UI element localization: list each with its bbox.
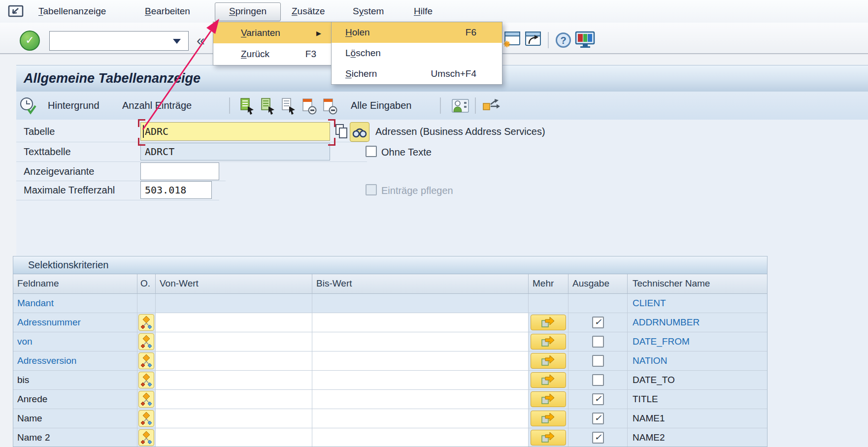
selection-options-icon bbox=[140, 353, 152, 368]
technischer-name-cell: ADDRNUMBER bbox=[628, 313, 768, 332]
system-menu-icon[interactable] bbox=[8, 5, 26, 19]
enter-button[interactable]: ✓ bbox=[20, 31, 40, 51]
multiple-selection-button[interactable] bbox=[531, 334, 566, 350]
maximale-trefferzahl-label: Maximale Trefferzahl bbox=[24, 184, 115, 196]
toolbar-separator bbox=[229, 97, 230, 114]
copy-icon[interactable] bbox=[334, 124, 348, 139]
technischer-name-cell: DATE_FROM bbox=[628, 332, 768, 351]
multiple-selection-icon bbox=[541, 412, 556, 425]
number-of-entries-icon[interactable] bbox=[451, 97, 470, 115]
menu-item-varianten[interactable]: Varianten ▶ bbox=[213, 22, 331, 43]
ausgabe-checkbox[interactable] bbox=[592, 374, 604, 386]
create-shortcut-icon[interactable] bbox=[524, 30, 542, 49]
multiple-selection-button[interactable] bbox=[531, 372, 566, 388]
delete-selection-icon[interactable] bbox=[300, 97, 317, 115]
ausgabe-cell bbox=[568, 371, 628, 390]
bis-wert-input[interactable] bbox=[312, 428, 529, 447]
choose-selection-fields-icon[interactable] bbox=[259, 97, 276, 115]
multiple-selection-button[interactable] bbox=[531, 315, 566, 330]
hintergrund-button[interactable]: Hintergrund bbox=[48, 92, 100, 120]
varianten-submenu: Holen F6 Löschen Sichern Umsch+F4 bbox=[331, 22, 502, 85]
ausgabe-checkbox[interactable]: ✓ bbox=[592, 432, 604, 444]
technischer-name-cell: TITLE bbox=[628, 390, 768, 409]
von-wert-input[interactable] bbox=[156, 371, 312, 390]
menu-zusaetze[interactable]: Zusätze bbox=[292, 0, 325, 23]
menu-bearbeiten[interactable]: Bearbeiten bbox=[145, 0, 190, 23]
menu-item-sichern[interactable]: Sichern Umsch+F4 bbox=[332, 64, 502, 84]
group-title-bar: Selektionskriterien bbox=[13, 256, 767, 274]
von-wert-input[interactable] bbox=[156, 428, 312, 447]
multiple-selection-button[interactable] bbox=[531, 391, 566, 407]
table-row-mandant: Mandant CLIENT bbox=[13, 294, 768, 313]
bis-wert-input[interactable] bbox=[312, 332, 529, 351]
menu-hilfe[interactable]: Hilfe bbox=[414, 0, 433, 23]
von-wert-input[interactable] bbox=[156, 351, 312, 371]
selection-options-button[interactable] bbox=[138, 333, 154, 350]
col-header-von-wert: Von-Wert bbox=[156, 274, 312, 294]
ausgabe-checkbox[interactable]: ✓ bbox=[592, 317, 604, 328]
selection-options-icon bbox=[140, 392, 152, 407]
anzeigevariante-label: Anzeigevariante bbox=[24, 165, 94, 178]
command-field-input[interactable] bbox=[49, 31, 189, 51]
ausgabe-checkbox[interactable]: ✓ bbox=[592, 393, 604, 405]
bis-wert-input[interactable] bbox=[312, 390, 529, 409]
von-wert-input[interactable] bbox=[156, 332, 312, 351]
ausgabe-checkbox[interactable]: ✓ bbox=[592, 413, 604, 424]
multiple-selection-button[interactable] bbox=[531, 411, 566, 426]
mehr-cell bbox=[529, 409, 568, 428]
choose-fields-icon[interactable] bbox=[238, 97, 255, 115]
distribute-icon[interactable] bbox=[482, 97, 501, 115]
customize-layout-icon[interactable] bbox=[574, 31, 596, 49]
alle-eingaben-button[interactable]: Alle Eingaben bbox=[351, 92, 411, 120]
ausgabe-checkbox[interactable] bbox=[592, 355, 604, 367]
ohne-texte-checkbox[interactable] bbox=[366, 146, 377, 157]
toolbar-separator bbox=[440, 97, 441, 114]
tabelle-input[interactable]: ADRC bbox=[140, 122, 330, 141]
ausgabe-checkbox[interactable] bbox=[592, 336, 604, 348]
search-help-button[interactable] bbox=[350, 122, 369, 142]
von-wert-cell bbox=[156, 294, 312, 313]
new-session-icon[interactable] bbox=[502, 30, 521, 49]
von-wert-input[interactable] bbox=[156, 409, 312, 428]
texttabelle-input[interactable]: ADRCT bbox=[140, 143, 330, 160]
von-wert-input[interactable] bbox=[156, 313, 312, 332]
help-icon[interactable]: ? bbox=[556, 32, 571, 48]
selection-options-button[interactable] bbox=[138, 352, 154, 369]
bis-wert-input[interactable] bbox=[312, 351, 529, 371]
menu-springen[interactable]: Springen bbox=[215, 2, 281, 21]
selection-options-button[interactable] bbox=[138, 429, 154, 446]
von-wert-input[interactable] bbox=[156, 390, 312, 409]
bis-wert-input[interactable] bbox=[312, 313, 529, 332]
selection-options-button[interactable] bbox=[138, 391, 154, 408]
selection-options-button[interactable] bbox=[138, 314, 154, 331]
multiple-selection-button[interactable] bbox=[531, 353, 566, 369]
selection-options-button[interactable] bbox=[138, 410, 154, 427]
command-field-dropdown-icon[interactable] bbox=[173, 39, 181, 48]
execute-in-background-icon[interactable] bbox=[19, 96, 38, 115]
menu-item-holen[interactable]: Holen F6 bbox=[332, 22, 502, 43]
menu-tabellenanzeige[interactable]: Tabellenanzeige bbox=[38, 0, 106, 23]
option-cell bbox=[137, 428, 156, 447]
feldname-cell: Adressnummer bbox=[13, 313, 137, 332]
menu-item-loeschen[interactable]: Löschen bbox=[332, 43, 502, 64]
anzeigevariante-input[interactable] bbox=[140, 162, 219, 180]
collapse-toolbar-icon[interactable]: « bbox=[197, 31, 205, 50]
anzahl-eintraege-button[interactable]: An­zahl Einträge bbox=[122, 92, 192, 120]
choose-list-fields-icon[interactable] bbox=[280, 97, 297, 115]
divider bbox=[16, 161, 367, 162]
multiple-selection-icon bbox=[541, 374, 556, 386]
ausgabe-cell: ✓ bbox=[568, 428, 628, 447]
springen-dropdown-menu: Varianten ▶ Zurück F3 bbox=[213, 22, 332, 65]
selection-options-icon bbox=[140, 315, 152, 330]
maximale-trefferzahl-input[interactable]: 503.018 bbox=[140, 181, 212, 199]
feldname-cell: Name bbox=[13, 409, 137, 428]
bis-wert-input[interactable] bbox=[312, 409, 529, 428]
selection-options-icon bbox=[140, 411, 152, 426]
delete-all-entries-icon[interactable] bbox=[321, 97, 338, 115]
selection-options-button[interactable] bbox=[138, 372, 154, 388]
multiple-selection-button[interactable] bbox=[531, 430, 566, 446]
menu-item-zurueck[interactable]: Zurück F3 bbox=[213, 43, 331, 64]
bis-wert-input[interactable] bbox=[312, 371, 529, 390]
menu-system[interactable]: System bbox=[353, 0, 384, 23]
col-header-mehr: Mehr bbox=[529, 274, 568, 294]
